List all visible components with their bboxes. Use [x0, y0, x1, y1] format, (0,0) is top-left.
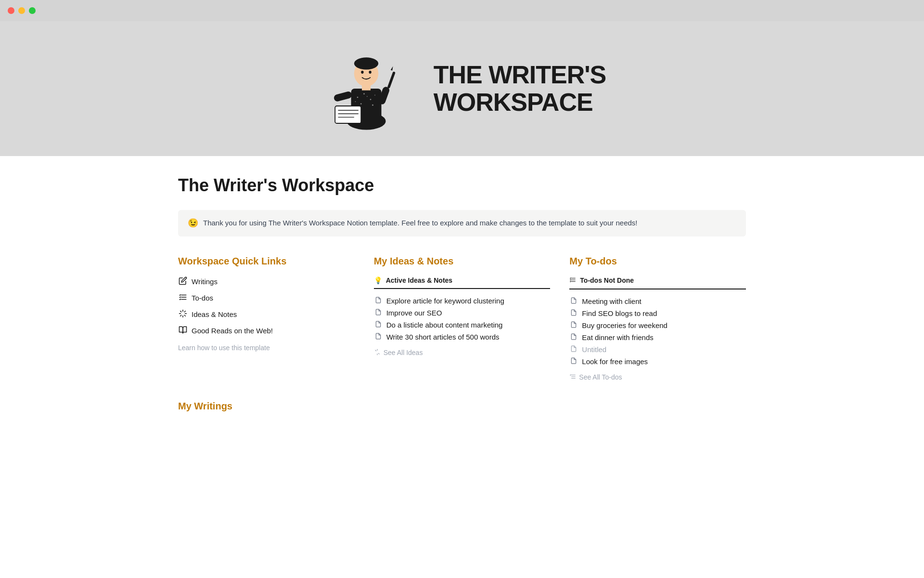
- hero-title-line2: WORKSPACE: [434, 89, 606, 116]
- todos-list: Meeting with client Find SEO blogs to re…: [569, 297, 746, 366]
- svg-line-37: [378, 353, 379, 354]
- svg-point-16: [363, 93, 365, 94]
- todo-item-1[interactable]: Find SEO blogs to read: [569, 309, 746, 317]
- doc-icon-1: [374, 309, 383, 317]
- svg-rect-7: [333, 91, 352, 102]
- quick-link-writings-label: Writings: [192, 277, 218, 286]
- todo-item-2[interactable]: Buy groceries for weekend: [569, 321, 746, 329]
- todo-item-5[interactable]: Look for free images: [569, 357, 746, 366]
- idea-item-3[interactable]: Write 30 short articles of 500 words: [374, 333, 551, 341]
- notice-box: 😉 Thank you for using The Writer's Works…: [178, 210, 746, 236]
- svg-rect-9: [387, 71, 395, 89]
- svg-marker-10: [390, 66, 393, 71]
- ideas-list: Explore article for keyword clustering I…: [374, 297, 551, 341]
- doc-icon-0: [374, 297, 383, 305]
- ideas-icon: [178, 309, 188, 320]
- quick-link-ideas-label: Ideas & Notes: [192, 310, 237, 318]
- quick-links-column: Workspace Quick Links Writings: [178, 256, 355, 381]
- todo-text-0: Meeting with client: [582, 297, 641, 305]
- svg-point-21: [355, 101, 356, 102]
- quick-link-writings[interactable]: Writings: [178, 276, 355, 287]
- todo-doc-icon-1: [569, 309, 578, 317]
- quick-link-ideas[interactable]: Ideas & Notes: [178, 309, 355, 320]
- columns-layout: Workspace Quick Links Writings: [178, 256, 746, 381]
- learn-template-link[interactable]: Learn how to use this template: [178, 344, 355, 352]
- todo-item-3[interactable]: Eat dinner with friends: [569, 333, 746, 342]
- hero-title-line1: THE WRITER'S: [434, 61, 606, 89]
- svg-point-22: [374, 95, 375, 96]
- page-wrapper: THE WRITER'S WORKSPACE The Writer's Work…: [0, 21, 924, 431]
- idea-text-2: Do a listicle about content marketing: [386, 321, 503, 329]
- see-all-ideas-icon: [374, 349, 381, 357]
- minimize-button[interactable]: [18, 7, 25, 14]
- writer-illustration-svg: [323, 45, 410, 132]
- todos-tab[interactable]: To-dos Not Done: [569, 276, 746, 289]
- see-all-ideas-label: See All Ideas: [384, 349, 423, 356]
- svg-point-6: [369, 71, 371, 74]
- book-icon: [178, 326, 188, 336]
- quick-links-list: Writings To-dos: [178, 276, 355, 336]
- svg-line-32: [180, 315, 181, 316]
- see-all-ideas[interactable]: See All Ideas: [374, 349, 551, 357]
- todo-text-3: Eat dinner with friends: [582, 333, 653, 342]
- todos-column: My To-dos To-dos Not Done: [569, 256, 746, 381]
- svg-point-5: [361, 71, 363, 74]
- page-content: The Writer's Workspace 😉 Thank you for u…: [149, 156, 775, 431]
- doc-icon-2: [374, 321, 383, 329]
- ideas-notes-heading: My Ideas & Notes: [374, 256, 551, 267]
- todos-tab-icon: [569, 276, 576, 285]
- see-all-todos[interactable]: See All To-dos: [569, 373, 746, 381]
- notice-emoji: 😉: [188, 218, 198, 228]
- ideas-notes-column: My Ideas & Notes 💡 Active Ideas & Notes: [374, 256, 551, 381]
- hero-illustration: [318, 40, 414, 137]
- svg-point-18: [360, 103, 362, 105]
- svg-point-17: [370, 99, 371, 100]
- todo-text-1: Find SEO blogs to read: [582, 309, 657, 317]
- ideas-tab[interactable]: 💡 Active Ideas & Notes: [374, 276, 551, 289]
- idea-text-0: Explore article for keyword clustering: [386, 297, 504, 305]
- hero-banner: THE WRITER'S WORKSPACE: [0, 21, 924, 156]
- writings-icon: [178, 276, 188, 287]
- see-all-todos-label: See All To-dos: [579, 373, 622, 381]
- todo-doc-icon-3: [569, 333, 578, 342]
- todos-heading: My To-dos: [569, 256, 746, 267]
- idea-item-2[interactable]: Do a listicle about content marketing: [374, 321, 551, 329]
- quick-link-goodreads[interactable]: Good Reads on the Web!: [178, 326, 355, 336]
- svg-point-15: [357, 97, 358, 98]
- quick-links-heading: Workspace Quick Links: [178, 256, 355, 267]
- todos-icon: [178, 293, 188, 303]
- svg-line-28: [180, 311, 181, 312]
- svg-line-33: [184, 311, 185, 312]
- idea-item-1[interactable]: Improve our SEO: [374, 309, 551, 317]
- todo-item-0[interactable]: Meeting with client: [569, 297, 746, 305]
- ideas-tab-label: Active Ideas & Notes: [386, 276, 453, 284]
- see-all-todos-icon: [569, 373, 576, 381]
- todo-doc-icon-2: [569, 321, 578, 329]
- todos-tab-label: To-dos Not Done: [580, 276, 634, 284]
- idea-item-0[interactable]: Explore article for keyword clustering: [374, 297, 551, 305]
- svg-point-19: [372, 105, 373, 106]
- todo-text-4: Untitled: [582, 345, 606, 354]
- svg-point-20: [367, 96, 368, 97]
- quick-link-goodreads-label: Good Reads on the Web!: [192, 327, 273, 335]
- svg-line-29: [184, 315, 185, 316]
- writings-heading: My Writings: [178, 401, 746, 412]
- todo-doc-icon-4: [569, 345, 578, 354]
- window-chrome: [0, 0, 924, 21]
- hero-title-block: THE WRITER'S WORKSPACE: [434, 61, 606, 116]
- todo-item-4[interactable]: Untitled: [569, 345, 746, 354]
- todo-doc-icon-5: [569, 357, 578, 366]
- maximize-button[interactable]: [29, 7, 36, 14]
- svg-rect-11: [335, 106, 361, 123]
- ideas-tab-icon: 💡: [374, 276, 382, 284]
- todo-text-2: Buy groceries for weekend: [582, 321, 667, 329]
- close-button[interactable]: [8, 7, 14, 14]
- idea-text-1: Improve our SEO: [386, 309, 442, 317]
- todo-doc-icon-0: [569, 297, 578, 305]
- idea-text-3: Write 30 short articles of 500 words: [386, 333, 500, 341]
- page-heading: The Writer's Workspace: [178, 175, 746, 196]
- quick-link-todos[interactable]: To-dos: [178, 293, 355, 303]
- todo-text-5: Look for free images: [582, 357, 648, 366]
- quick-link-todos-label: To-dos: [192, 294, 213, 302]
- doc-icon-3: [374, 333, 383, 341]
